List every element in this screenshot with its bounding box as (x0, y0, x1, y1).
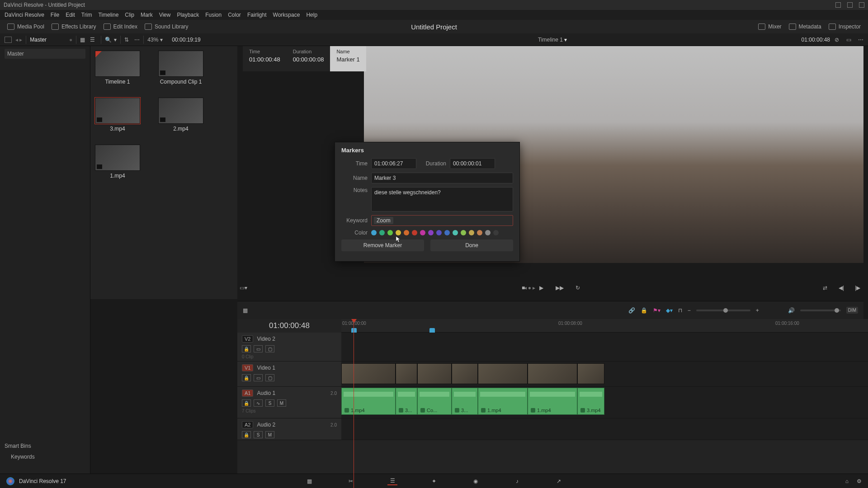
timeline-timecode[interactable]: 01:00:00:48 (237, 321, 341, 330)
color-swatch[interactable] (485, 230, 491, 235)
marker-name-input[interactable] (371, 173, 513, 183)
snap-icon[interactable]: ⊓ (678, 307, 682, 314)
metadata-toggle[interactable]: Metadata (785, 22, 825, 32)
lock-icon[interactable]: 🔒 (242, 345, 251, 352)
menu-item[interactable]: Fusion (205, 12, 222, 18)
audio-clip[interactable]: Co... (417, 388, 452, 415)
marker-time-input[interactable] (371, 158, 416, 169)
color-swatch[interactable] (412, 230, 417, 235)
loop-button[interactable]: ↻ (572, 283, 584, 293)
play-button[interactable]: ▶ (536, 283, 547, 293)
menu-item[interactable]: Timeline (98, 12, 118, 18)
menu-item[interactable]: View (159, 12, 171, 18)
menu-item[interactable]: Color (228, 12, 241, 18)
flag-dropdown[interactable]: ⚑▾ (653, 307, 660, 314)
viewer-zoom[interactable]: 43% (147, 37, 158, 43)
audio-clip[interactable]: 3.mp4 (577, 388, 604, 415)
marker-dropdown[interactable]: ◆▾ (666, 307, 673, 314)
disable-icon[interactable]: ▢ (265, 374, 274, 381)
video-clip[interactable] (577, 363, 604, 384)
fusion-page-icon[interactable]: ✦ (429, 477, 439, 485)
deliver-page-icon[interactable]: ↗ (554, 477, 564, 485)
menu-item[interactable]: Workspace (273, 12, 300, 18)
clip-thumb[interactable]: Timeline 1 (95, 51, 140, 85)
next-button[interactable]: ▶▶ (554, 283, 566, 293)
video-clip[interactable] (478, 363, 528, 384)
list-view-icon[interactable]: ☰ (90, 37, 97, 43)
media-pool-toggle[interactable]: Media Pool (4, 22, 48, 32)
disable-icon[interactable]: ▢ (265, 345, 274, 352)
color-swatch[interactable] (387, 230, 393, 235)
color-swatch[interactable] (404, 230, 409, 235)
marker-notes-input[interactable]: diese stelle wegschneiden? (371, 187, 513, 211)
inspector-toggle[interactable]: Inspector (825, 22, 864, 32)
color-swatch[interactable] (444, 230, 450, 235)
match-frame-icon[interactable]: ⇄ (819, 283, 831, 293)
lock-icon[interactable]: 🔒 (242, 399, 251, 407)
audio-clip[interactable]: 3... (396, 388, 417, 415)
video-clip[interactable] (341, 363, 396, 384)
clip-thumb[interactable]: 1.mp4 (95, 145, 140, 179)
single-viewer-icon[interactable]: ▭ (846, 37, 854, 43)
lock-icon[interactable]: 🔒 (242, 431, 251, 438)
effects-library-toggle[interactable]: Effects Library (48, 22, 99, 32)
zoom-slider[interactable] (696, 310, 750, 311)
clip-thumb[interactable]: Compound Clip 1 (158, 51, 203, 85)
solo-button[interactable]: S (265, 399, 274, 407)
menu-item[interactable]: Clip (125, 12, 134, 18)
bypass-icon[interactable]: ⊘ (835, 37, 842, 43)
color-swatch[interactable] (453, 230, 458, 235)
mute-button[interactable]: M (277, 399, 286, 407)
color-swatch[interactable] (420, 230, 425, 235)
close-button[interactable] (859, 2, 864, 8)
video-clip[interactable] (452, 363, 478, 384)
minimize-button[interactable] (835, 2, 841, 8)
cut-page-icon[interactable]: ✂ (346, 477, 356, 485)
prev-edit-button[interactable]: ◀| (835, 283, 847, 293)
marker-keyword-input[interactable]: Zoom (371, 215, 513, 226)
menu-item[interactable]: File (51, 12, 59, 18)
color-swatch[interactable] (436, 230, 442, 235)
sort-icon[interactable]: ⇅ (124, 37, 132, 43)
bin-dropdown[interactable] (5, 37, 12, 43)
lock-icon[interactable]: 🔒 (641, 307, 647, 314)
dim-button[interactable]: DIM (846, 307, 858, 314)
audio-clip[interactable]: 1.mp4 (478, 388, 528, 415)
fairlight-page-icon[interactable]: ♪ (512, 477, 522, 485)
color-swatch[interactable] (379, 230, 385, 235)
thumbnail-view-icon[interactable]: ▦ (80, 37, 87, 43)
audio-clip[interactable]: 3... (452, 388, 478, 415)
menu-item[interactable]: Trim (81, 12, 92, 18)
timeline-name[interactable]: Timeline 1 ▾ (538, 37, 567, 43)
clip-thumb[interactable]: 3.mp4 (95, 98, 140, 132)
stop-button[interactable]: ■ (518, 283, 529, 293)
frame-icon[interactable]: ▭ (254, 345, 263, 352)
menu-item[interactable]: Fairlight (247, 12, 267, 18)
media-page-icon[interactable]: ▦ (304, 477, 314, 485)
smart-bins-header[interactable]: Smart Bins (5, 443, 35, 449)
maximize-button[interactable] (847, 2, 853, 8)
edit-page-icon[interactable]: ☰ (387, 477, 397, 485)
menu-item[interactable]: DaVinci Resolve (5, 12, 44, 18)
menu-item[interactable]: Playback (177, 12, 199, 18)
color-swatch[interactable] (396, 230, 401, 235)
home-icon[interactable]: ⌂ (845, 478, 849, 484)
master-bin[interactable]: Master (5, 49, 85, 59)
lock-icon[interactable]: 🔒 (242, 374, 251, 381)
color-swatch[interactable] (461, 230, 466, 235)
timeline-view-icon[interactable]: ▦ (243, 307, 248, 314)
video-clip[interactable] (528, 363, 577, 384)
mute-icon[interactable]: 🔊 (788, 307, 795, 314)
color-swatch[interactable] (371, 230, 377, 235)
clip-thumb[interactable]: 2.mp4 (158, 98, 203, 132)
video-clip[interactable] (417, 363, 452, 384)
next-edit-button[interactable]: |▶ (852, 283, 863, 293)
remove-marker-button[interactable]: Remove Marker (341, 239, 424, 251)
wave-icon[interactable]: ∿ (254, 399, 263, 407)
smart-bin-keywords[interactable]: Keywords (5, 454, 35, 460)
color-swatch[interactable] (477, 230, 482, 235)
color-page-icon[interactable]: ◉ (471, 477, 481, 485)
settings-icon[interactable]: ⚙ (857, 478, 862, 484)
sound-library-toggle[interactable]: Sound Library (141, 22, 192, 32)
link-icon[interactable]: 🔗 (628, 307, 635, 314)
